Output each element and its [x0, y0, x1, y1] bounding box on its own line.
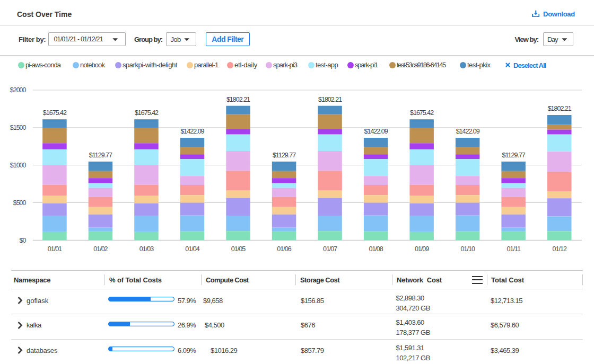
svg-text:01/12: 01/12	[553, 245, 567, 253]
svg-text:$1129.77: $1129.77	[89, 152, 112, 159]
svg-text:01/03: 01/03	[139, 245, 154, 253]
svg-text:$1675.42: $1675.42	[135, 109, 159, 117]
svg-text:01/07: 01/07	[323, 245, 337, 253]
svg-text:01/01: 01/01	[48, 245, 62, 253]
svg-text:$1129.77: $1129.77	[502, 152, 526, 159]
svg-text:$1675.42: $1675.42	[410, 109, 434, 117]
svg-text:01/04: 01/04	[185, 245, 199, 253]
svg-text:$500: $500	[13, 199, 27, 207]
svg-text:$1422.09: $1422.09	[456, 128, 480, 135]
svg-text:$1500: $1500	[10, 124, 27, 131]
svg-text:$1422.09: $1422.09	[180, 128, 204, 135]
svg-text:$1802.21: $1802.21	[318, 96, 342, 103]
svg-text:01/06: 01/06	[277, 245, 291, 253]
svg-text:01/09: 01/09	[415, 245, 429, 253]
svg-text:$0: $0	[20, 237, 27, 244]
svg-text:01/11: 01/11	[507, 245, 521, 253]
svg-text:$2000: $2000	[10, 86, 27, 94]
svg-text:01/10: 01/10	[461, 245, 475, 253]
svg-text:$1802.21: $1802.21	[548, 105, 572, 112]
svg-text:$1422.09: $1422.09	[364, 128, 388, 135]
svg-text:$1675.42: $1675.42	[43, 109, 67, 117]
svg-text:01/05: 01/05	[231, 245, 246, 253]
svg-text:$1129.77: $1129.77	[273, 152, 296, 159]
svg-text:01/08: 01/08	[369, 245, 383, 253]
svg-text:$1802.21: $1802.21	[226, 96, 250, 103]
svg-text:01/02: 01/02	[93, 245, 108, 253]
svg-text:$1000: $1000	[10, 162, 27, 169]
